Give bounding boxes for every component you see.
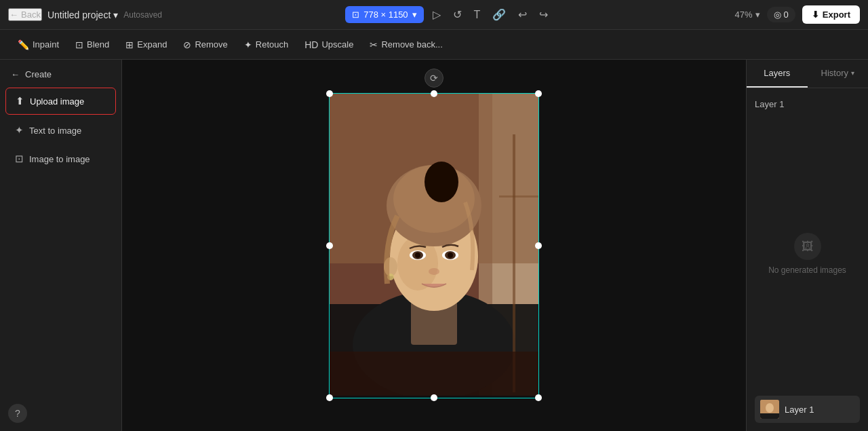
export-button[interactable]: ⬇ Export xyxy=(802,5,860,24)
chevron-down-icon: ▾ xyxy=(755,10,760,20)
text-to-image-label: Text to image xyxy=(29,126,81,136)
canvas-frame-button[interactable]: ⊡ 778 × 1150 ▾ xyxy=(345,6,423,23)
upscale-icon: HD xyxy=(304,39,318,50)
project-title-text: Untitled project xyxy=(47,10,111,20)
select-tool-button[interactable]: ▷ xyxy=(429,5,444,24)
svg-point-11 xyxy=(425,162,458,202)
inpaint-icon: ✏️ xyxy=(18,39,29,50)
handle-top-left[interactable] xyxy=(326,90,333,97)
svg-rect-22 xyxy=(499,195,538,198)
svg-point-18 xyxy=(429,268,439,275)
create-header: ← Create xyxy=(0,60,121,86)
secondary-toolbar: ✏️ Inpaint ⊡ Blend ⊞ Expand ⊘ Remove ✦ R… xyxy=(0,30,868,60)
blend-label: Blend xyxy=(87,39,109,50)
project-title[interactable]: Untitled project ▾ xyxy=(47,10,118,20)
svg-rect-26 xyxy=(760,413,779,419)
canvas-image xyxy=(330,94,538,396)
upload-image-label: Upload image xyxy=(30,96,84,107)
tab-layers[interactable]: Layers xyxy=(747,60,808,88)
sidebar-item-upload-image[interactable]: ⬆ Upload image xyxy=(5,88,116,115)
export-label: Export xyxy=(823,10,850,20)
history-chevron-icon: ▾ xyxy=(851,69,854,77)
topbar-right: 47% ▾ ◎ 0 ⬇ Export xyxy=(735,5,860,24)
history-tab-label: History xyxy=(821,68,848,78)
svg-point-17 xyxy=(448,252,453,258)
canvas-image-wrapper xyxy=(329,93,539,398)
back-label: Back xyxy=(21,10,41,20)
expand-label: Expand xyxy=(137,39,167,50)
frame-icon: ⊡ xyxy=(352,10,359,20)
handle-top-right[interactable] xyxy=(535,90,542,97)
expand-icon: ⊞ xyxy=(125,39,134,50)
layer-item[interactable]: Layer 1 xyxy=(755,396,860,423)
create-arrow-icon: ← xyxy=(11,69,20,79)
credit-icon: ◎ xyxy=(774,10,781,20)
back-button[interactable]: ← Back xyxy=(8,8,42,21)
handle-middle-left[interactable] xyxy=(326,242,333,249)
upscale-tool-button[interactable]: HD Upscale xyxy=(298,36,360,54)
layer-thumbnail xyxy=(760,400,779,419)
handle-middle-right[interactable] xyxy=(535,242,542,249)
image-placeholder-icon: 🖼 xyxy=(802,240,814,254)
upload-image-icon: ⬆ xyxy=(16,95,24,107)
cursor-icon: ▷ xyxy=(433,8,441,21)
remove-icon: ⊘ xyxy=(183,39,191,50)
retouch-label: Retouch xyxy=(256,39,288,50)
sidebar-item-image-to-image[interactable]: ⊡ Image to image xyxy=(5,146,116,172)
retouch-tool-button[interactable]: ✦ Retouch xyxy=(237,36,295,54)
topbar: ← Back Untitled project ▾ Autosaved ⊡ 77… xyxy=(0,0,868,30)
create-label: Create xyxy=(25,69,52,79)
inpaint-tool-button[interactable]: ✏️ Inpaint xyxy=(11,36,66,54)
undo-icon: ↩ xyxy=(518,8,527,21)
sidebar-item-text-to-image[interactable]: ✦ Text to image xyxy=(5,117,116,143)
left-sidebar: ← Create ⬆ Upload image ✦ Text to image … xyxy=(0,60,122,431)
rotate-icon: ↺ xyxy=(453,8,462,21)
zoom-level-label: 47% xyxy=(735,10,753,20)
back-arrow-icon: ← xyxy=(9,10,18,20)
text-icon: T xyxy=(474,9,481,21)
credit-count-label: 0 xyxy=(784,10,789,20)
handle-bottom-left[interactable] xyxy=(326,394,333,401)
no-generated-section: 🖼 No generated images xyxy=(755,117,860,390)
canvas-size-label: 778 × 1150 xyxy=(363,10,408,20)
main-area: ← Create ⬆ Upload image ✦ Text to image … xyxy=(0,60,868,431)
rotate-tool-button[interactable]: ↺ xyxy=(450,5,465,24)
upscale-label: Upscale xyxy=(321,39,353,50)
blend-icon: ⊡ xyxy=(75,39,83,50)
right-sidebar: Layers History ▾ Layer 1 🖼 No generated … xyxy=(746,60,868,431)
retouch-icon: ✦ xyxy=(244,39,252,50)
topbar-center: ⊡ 778 × 1150 ▾ ▷ ↺ T 🔗 ↩ ↪ xyxy=(170,5,727,24)
blend-tool-button[interactable]: ⊡ Blend xyxy=(68,36,116,54)
handle-bottom-right[interactable] xyxy=(535,394,542,401)
layers-tab-label: Layers xyxy=(764,68,790,78)
redo-button[interactable]: ↪ xyxy=(536,5,551,24)
canvas-refresh-button[interactable]: ⟳ xyxy=(425,69,443,88)
expand-tool-button[interactable]: ⊞ Expand xyxy=(119,36,174,54)
image-to-image-label: Image to image xyxy=(29,154,90,164)
no-generated-text: No generated images xyxy=(768,265,846,275)
canvas-container: ⟳ xyxy=(329,93,539,398)
handle-bottom-middle[interactable] xyxy=(431,394,437,401)
tab-history[interactable]: History ▾ xyxy=(808,60,869,88)
handle-top-middle[interactable] xyxy=(431,90,437,97)
undo-button[interactable]: ↩ xyxy=(515,5,530,24)
svg-point-25 xyxy=(766,403,774,413)
remove-background-tool-button[interactable]: ✂ Remove back... xyxy=(363,36,449,54)
layer-item-label: Layer 1 xyxy=(785,405,814,415)
canvas-area[interactable]: ⟳ xyxy=(122,60,746,431)
export-icon: ⬇ xyxy=(812,10,819,20)
remove-label: Remove xyxy=(195,39,227,50)
help-button[interactable]: ? xyxy=(8,404,27,423)
link-tool-button[interactable]: 🔗 xyxy=(489,5,509,24)
svg-point-14 xyxy=(415,252,420,258)
remove-back-icon: ✂ xyxy=(370,39,378,50)
chevron-down-icon: ▾ xyxy=(412,10,417,20)
topbar-left: ← Back Untitled project ▾ Autosaved xyxy=(8,8,162,21)
layers-content: Layer 1 🖼 No generated images Layer 1 xyxy=(747,88,868,431)
remove-tool-button[interactable]: ⊘ Remove xyxy=(176,36,234,54)
help-icon: ? xyxy=(15,408,20,419)
autosaved-status: Autosaved xyxy=(123,10,162,20)
zoom-control[interactable]: 47% ▾ xyxy=(735,10,760,20)
credit-counter[interactable]: ◎ 0 xyxy=(767,7,795,22)
text-tool-button[interactable]: T xyxy=(471,5,484,24)
